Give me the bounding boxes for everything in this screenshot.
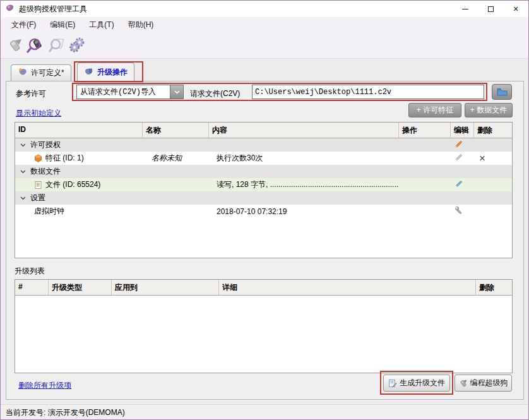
- folder-icon: [497, 88, 508, 96]
- combobox-value: 从请求文件(C2V)导入: [77, 87, 170, 97]
- delete-x-icon[interactable]: ×: [479, 153, 485, 164]
- feature-id: 特征 (ID: 1): [45, 153, 84, 164]
- edit-pencil-orange-icon[interactable]: [455, 140, 463, 150]
- window-title: 超级狗授权管理工具: [19, 4, 87, 15]
- current-vendor-text: 当前开发号: 演示开发号(DEMOMA): [6, 407, 125, 418]
- menu-file[interactable]: 文件(F): [4, 17, 43, 32]
- minimize-button[interactable]: [453, 1, 478, 17]
- wrench-icon[interactable]: [455, 206, 463, 217]
- status-bar: 当前开发号: 演示开发号(DEMOMA): [1, 404, 528, 420]
- table-row-virtual-clock[interactable]: 虚拟时钟 2018-07-10 07:32:19: [15, 205, 512, 218]
- program-dongle-icon[interactable]: [4, 35, 25, 56]
- menu-tools[interactable]: 工具(T): [82, 17, 121, 32]
- table-row-data-files-group[interactable]: 数据文件: [15, 165, 512, 178]
- column-header-id: ID: [15, 123, 143, 138]
- upgrade-list-title: 升级列表: [15, 266, 45, 277]
- menu-help[interactable]: 帮助(H): [121, 17, 161, 32]
- column-header-edit: 编辑: [451, 123, 474, 138]
- reference-license-label: 参考许可: [16, 88, 46, 99]
- c2v-file-label: 请求文件(C2V): [190, 88, 240, 99]
- show-initial-definition-link[interactable]: 显示初始定义: [16, 108, 61, 119]
- app-window: 超级狗授权管理工具 × 文件(F) 编辑(E) 工具(T) 帮助(H): [0, 0, 529, 420]
- column-header-delete: 删除: [474, 123, 512, 138]
- search-license-icon[interactable]: [25, 35, 46, 56]
- file-content: 读写, 128 字节, ............................…: [209, 178, 399, 191]
- column-header-name: 名称: [143, 123, 209, 138]
- feature-icon: [34, 154, 42, 162]
- maximize-icon: [488, 6, 494, 12]
- file-id: 文件 (ID: 65524): [45, 179, 100, 190]
- generate-file-icon: [388, 379, 397, 388]
- column-header-apply-to: 应用到: [112, 280, 219, 295]
- dongle-icon: [459, 379, 468, 388]
- feature-name: 名称未知: [143, 152, 209, 165]
- app-icon: [5, 3, 15, 15]
- menu-edit[interactable]: 编辑(E): [43, 17, 82, 32]
- program-superdog-button[interactable]: 编程超级狗: [455, 375, 512, 392]
- chevron-expand-icon[interactable]: [20, 196, 26, 200]
- tab-label: 升级操作: [97, 67, 128, 78]
- group-label: 设置: [30, 193, 45, 203]
- group-label: 数据文件: [30, 166, 61, 177]
- column-header-content: 内容: [209, 123, 399, 138]
- title-bar: 超级狗授权管理工具 ×: [1, 1, 528, 17]
- delete-all-upgrades-link[interactable]: 删除所有升级项: [18, 380, 71, 391]
- settings-gears-icon[interactable]: [67, 35, 88, 56]
- reference-source-combobox[interactable]: 从请求文件(C2V)导入: [76, 85, 184, 99]
- edit-pencil-blue-icon[interactable]: [455, 180, 463, 190]
- tab-label: 许可定义*: [31, 68, 64, 78]
- feature-content: 执行次数30次: [209, 152, 399, 165]
- upgrade-tab-icon: [84, 67, 94, 78]
- menu-bar: 文件(F) 编辑(E) 工具(T) 帮助(H): [1, 17, 528, 32]
- column-header-upgrade-type: 升级类型: [49, 280, 112, 295]
- table-row-data-file[interactable]: 文件 (ID: 65524) 读写, 128 字节, .............…: [15, 178, 512, 191]
- license-tab-icon: [18, 68, 28, 79]
- file-icon: [34, 181, 42, 189]
- virtual-clock-id: 虚拟时钟: [34, 206, 64, 217]
- tab-upgrade-operations[interactable]: 升级操作: [77, 63, 134, 81]
- toolbar: [1, 32, 528, 59]
- license-table-header: ID 名称 内容 操作 编辑 删除: [15, 123, 512, 138]
- program-button-label: 编程超级狗: [470, 378, 508, 388]
- search-file-icon[interactable]: [46, 35, 67, 56]
- group-label: 许可授权: [30, 140, 61, 150]
- table-row-license-auth-group[interactable]: 许可授权: [15, 138, 512, 152]
- upgrade-list-table: # 升级类型 应用到 详细 删除: [15, 279, 513, 373]
- edit-pencil-gray-icon[interactable]: [455, 153, 463, 164]
- column-header-detail: 详细: [219, 280, 476, 295]
- close-icon: ×: [513, 4, 518, 13]
- add-license-feature-button[interactable]: + 许可特征: [408, 103, 461, 117]
- chevron-expand-icon[interactable]: [20, 143, 26, 147]
- chevron-down-icon[interactable]: [170, 85, 183, 99]
- maximize-button[interactable]: [478, 1, 503, 17]
- generate-upgrade-file-button[interactable]: 生成升级文件: [383, 375, 450, 392]
- chevron-expand-icon[interactable]: [20, 170, 26, 174]
- table-row-feature[interactable]: 特征 (ID: 1) 名称未知 执行次数30次 ×: [15, 152, 512, 165]
- license-table: ID 名称 内容 操作 编辑 删除 许可授权: [15, 122, 513, 258]
- virtual-clock-content: 2018-07-10 07:32:19: [209, 205, 399, 218]
- close-button[interactable]: ×: [503, 1, 528, 17]
- c2v-file-path-input[interactable]: [252, 85, 484, 99]
- column-header-number: #: [15, 280, 49, 295]
- generate-button-label: 生成升级文件: [400, 378, 445, 388]
- minimize-icon: [462, 9, 468, 9]
- browse-button[interactable]: [492, 84, 512, 100]
- add-data-file-button[interactable]: + 数据文件: [465, 103, 513, 117]
- column-header-operation: 操作: [399, 123, 451, 138]
- column-header-delete: 删除: [476, 280, 512, 295]
- tab-license-definition[interactable]: 许可定义*: [11, 64, 71, 81]
- upgrade-list-header: # 升级类型 应用到 详细 删除: [15, 280, 512, 296]
- table-row-settings-group[interactable]: 设置: [15, 191, 512, 205]
